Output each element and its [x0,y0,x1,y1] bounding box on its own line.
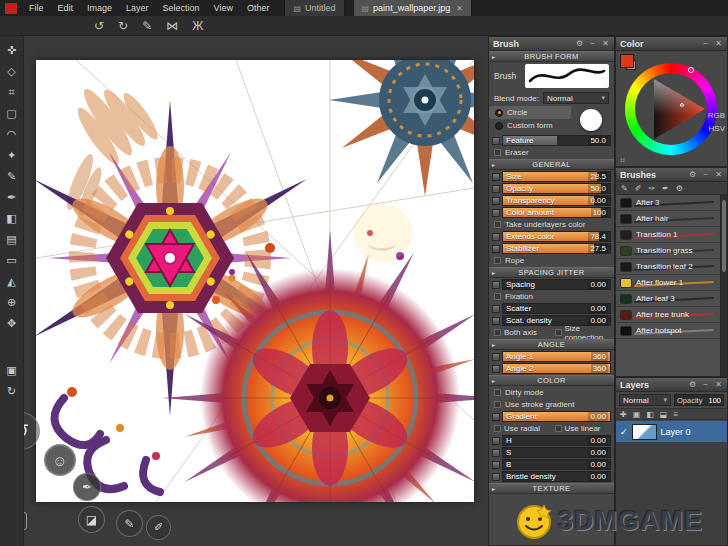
slider-toggle[interactable] [492,437,500,445]
slider-feature[interactable]: Feature50.0 [492,135,611,146]
mirror-horizontal-icon[interactable]: ⋈ [166,19,178,33]
layer-blend-select[interactable]: Normal ▾ [619,394,671,406]
layers-panel-header[interactable]: Layers ⚙ − ✕ [616,378,727,392]
minimize-icon[interactable]: − [701,39,710,48]
brush-stroke-preview[interactable] [525,64,609,88]
wand-tool[interactable]: ✦ [2,146,22,165]
brush-category-icon[interactable]: ✎ [621,184,628,193]
checkbox-icon[interactable] [555,425,562,432]
slider-scat-density[interactable]: Scat. density0.00 [492,315,611,326]
current-color-swatch[interactable] [620,54,634,68]
checkbox-icon[interactable] [494,401,501,408]
brush-pen-icon[interactable]: ✎ [142,19,152,33]
eraser-tool[interactable]: ▭ [2,251,22,270]
brush-tool[interactable]: ✎ [2,167,22,186]
slider-toggle[interactable] [492,173,500,181]
color-sampler-button[interactable]: ☺ [44,444,76,476]
checkbox-both-axis[interactable]: Both axis [494,328,551,337]
slider-angle-1[interactable]: Angle 1360 [492,351,611,362]
visibility-check-icon[interactable]: ✓ [620,427,628,437]
brush-list-item[interactable]: After leaf 3 [616,291,720,307]
slider-h[interactable]: H0.00 [492,435,611,446]
brush-list-item[interactable]: After hair [616,211,720,227]
brush-category-icon[interactable]: ✑ [648,184,655,193]
section-angle[interactable]: ▸ANGLE [489,339,614,350]
rotate-canvas-tool[interactable]: ↻ [2,382,22,401]
brush-list-scrollbar[interactable] [720,195,727,376]
menu-layer[interactable]: Layer [119,0,156,16]
checkbox-use-stroke-gradient[interactable]: Use stroke gradient [494,399,611,410]
slider-toggle[interactable] [492,449,500,457]
brush-list-item[interactable]: Transition leaf 2 [616,259,720,275]
close-icon[interactable]: ✕ [714,170,723,179]
slider-toggle[interactable] [492,197,500,205]
smudge-tool[interactable]: ◭ [2,272,22,291]
checkbox-icon[interactable] [494,425,501,432]
brush-quick-button-1[interactable]: ✎ [116,510,143,537]
brushes-panel-header[interactable]: Brushes ⚙ − ✕ [616,168,727,182]
slider-angle-2[interactable]: Angle 2360 [492,363,611,374]
checkbox-take-underlayers[interactable]: Take underlayers color [494,219,611,230]
slider-spacing[interactable]: Spacing0.00 [492,279,611,290]
slider-stabilizer[interactable]: Stabilizer27.5 [492,243,611,254]
layer-row[interactable]: ✓ Layer 0 [616,421,727,442]
slider-toggle[interactable] [492,413,500,421]
slider-toggle[interactable] [492,473,500,481]
close-icon[interactable]: ✕ [714,380,723,389]
section-general[interactable]: ▸GENERAL [489,159,614,170]
checkbox-eraser[interactable]: Eraser [494,147,611,158]
checkbox-rope[interactable]: Rope [494,255,611,266]
minimize-icon[interactable]: − [701,170,710,179]
checkbox-dirty-mode[interactable]: Dirty mode [494,387,611,398]
marquee-tool[interactable]: ▢ [2,104,22,123]
frame-tool[interactable]: ▣ [2,361,22,380]
tab-paint-wallpaper[interactable]: ▤ paint_wallpaper.jpg ✕ [353,0,472,16]
painting-canvas[interactable] [36,60,474,502]
rgb-mode-label[interactable]: RGB [708,109,725,122]
zoom-tool[interactable]: ⊕ [2,293,22,312]
menu-other[interactable]: Other [240,0,277,16]
brush-list-item[interactable]: After 3 [616,195,720,211]
slider-transparency[interactable]: Transparency0.00 [492,195,611,206]
section-brush-form[interactable]: ▸BRUSH FORM [489,51,614,62]
brush-tip-preview[interactable] [580,109,602,131]
menu-edit[interactable]: Edit [51,0,81,16]
eraser-quick-button[interactable]: ◪ [78,506,105,533]
redo-icon[interactable]: ↻ [118,19,128,33]
section-color[interactable]: ▸COLOR [489,375,614,386]
undo-icon[interactable]: ↺ [94,19,104,33]
brush-list-item[interactable]: After flower 1 [616,275,720,291]
brush-list-item[interactable]: After hotspot [616,323,720,339]
lasso-tool[interactable]: ◠ [2,125,22,144]
scrollbar-thumb[interactable] [722,200,726,272]
crop-tool[interactable]: ⌗ [2,83,22,102]
slider-gradient[interactable]: Gradient0.00 [492,411,611,422]
slider-toggle[interactable] [492,281,500,289]
eyedropper-quick-button[interactable]: ✒ [73,473,101,501]
eyedropper-tool[interactable]: ✒ [2,188,22,207]
slider-toggle[interactable] [492,461,500,469]
fill-tool[interactable]: ◧ [2,209,22,228]
brush-quick-button-2[interactable]: ✐ [146,515,171,540]
slider-toggle[interactable] [492,137,500,145]
brush-panel-header[interactable]: Brush ⚙ − ✕ [489,37,614,51]
checkbox-icon[interactable] [494,329,501,336]
checkbox-icon[interactable] [494,257,501,264]
slider-toggle[interactable] [492,365,500,373]
tab-close-icon[interactable]: ✕ [456,4,463,13]
minimize-icon[interactable]: − [701,380,710,389]
checkbox-use-linear[interactable]: Use linear [555,424,612,433]
checkbox-fixation[interactable]: Fixation [494,291,611,302]
hand-tool[interactable]: ✥ [2,314,22,333]
slider-color-amount[interactable]: Color amount100 [492,207,611,218]
slider-extends-color[interactable]: Extends color78.4 [492,231,611,242]
checkbox-use-radial[interactable]: Use radial [494,424,551,433]
slider-opacity[interactable]: Opacity50.0 [492,183,611,194]
sv-indicator-dot[interactable] [680,103,684,107]
slider-toggle[interactable] [492,209,500,217]
close-icon[interactable]: ✕ [601,39,610,48]
duplicate-layer-icon[interactable]: ▣ [633,410,641,419]
brush-list-item[interactable]: Transition 1 [616,227,720,243]
slider-size[interactable]: Size28.5 [492,171,611,182]
menu-image[interactable]: Image [80,0,119,16]
